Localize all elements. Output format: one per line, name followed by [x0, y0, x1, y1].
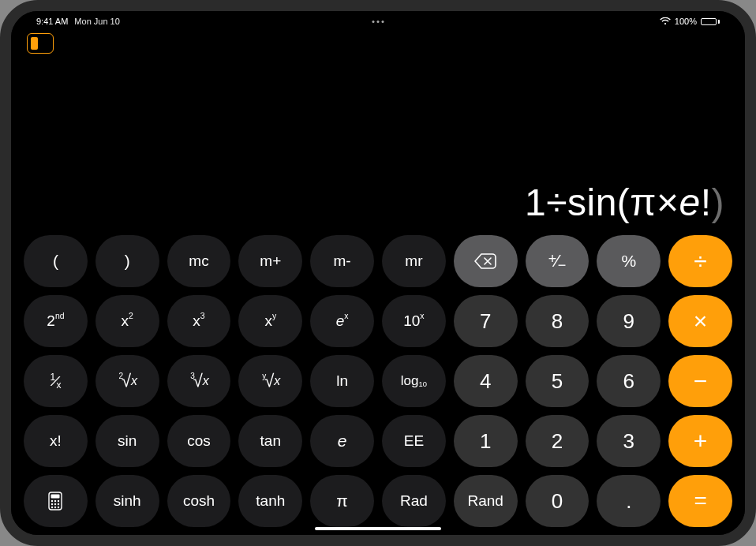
rad-button[interactable]: Rad	[382, 475, 446, 527]
one-over-x-button[interactable]: 1⁄x	[24, 355, 88, 407]
ee-button[interactable]: EE	[382, 415, 446, 467]
calculator-icon	[48, 492, 62, 510]
digit-1-button[interactable]: 1	[454, 415, 518, 467]
digit-2-button[interactable]: 2	[526, 415, 589, 467]
cos-button[interactable]: cos	[167, 415, 231, 467]
decimal-button[interactable]: .	[597, 475, 661, 527]
multiply-button[interactable]: ×	[668, 295, 732, 347]
e-constant-button[interactable]: e	[310, 415, 374, 467]
svg-rect-1	[51, 495, 60, 499]
screen: 9:41 AM Mon Jun 10 100% 1÷sin(π×e!)	[11, 11, 745, 535]
x-cubed-button[interactable]: x3	[167, 295, 231, 347]
status-date: Mon Jun 10	[74, 17, 119, 26]
home-indicator[interactable]	[315, 527, 441, 530]
sinh-button[interactable]: sinh	[95, 475, 159, 527]
battery-pct: 100%	[675, 17, 697, 26]
log10-button[interactable]: log10	[382, 355, 446, 407]
mc-button[interactable]: mc	[167, 235, 231, 287]
status-time: 9:41 AM	[36, 17, 68, 26]
equals-button[interactable]: =	[668, 475, 732, 527]
digit-4-button[interactable]: 4	[454, 355, 518, 407]
backspace-button[interactable]	[454, 235, 518, 287]
y-root-x-button[interactable]: y√x	[238, 355, 302, 407]
mplus-button[interactable]: m+	[238, 235, 302, 287]
svg-point-8	[51, 507, 53, 508]
plus-button[interactable]: +	[668, 415, 732, 467]
svg-point-4	[58, 500, 59, 502]
svg-point-7	[58, 503, 59, 505]
lparen-button[interactable]: (	[24, 235, 88, 287]
plusminus-button[interactable]: +⁄−	[526, 235, 589, 287]
x-squared-button[interactable]: x2	[95, 295, 159, 347]
rand-button[interactable]: Rand	[454, 475, 518, 527]
digit-0-button[interactable]: 0	[526, 475, 589, 527]
factorial-button[interactable]: x!	[24, 415, 88, 467]
battery-icon	[701, 18, 720, 25]
rparen-button[interactable]: )	[95, 235, 159, 287]
divide-button[interactable]: ÷	[668, 235, 732, 287]
digit-3-button[interactable]: 3	[597, 415, 661, 467]
calc-expression: 1÷sin(π×e!)	[525, 181, 724, 224]
percent-button[interactable]: %	[597, 235, 661, 287]
mminus-button[interactable]: m-	[310, 235, 374, 287]
e-to-x-button[interactable]: ex	[310, 295, 374, 347]
svg-point-9	[54, 507, 56, 508]
digit-7-button[interactable]: 7	[454, 295, 518, 347]
svg-point-10	[58, 507, 59, 508]
sin-button[interactable]: sin	[95, 415, 159, 467]
wifi-icon	[660, 17, 671, 25]
svg-point-3	[54, 500, 56, 502]
digit-8-button[interactable]: 8	[526, 295, 589, 347]
pi-button[interactable]: π	[310, 475, 374, 527]
ten-to-x-button[interactable]: 10x	[382, 295, 446, 347]
plusminus-label: +⁄−	[548, 251, 567, 271]
ln-button[interactable]: ln	[310, 355, 374, 407]
cosh-button[interactable]: cosh	[167, 475, 231, 527]
tan-button[interactable]: tan	[238, 415, 302, 467]
tanh-button[interactable]: tanh	[238, 475, 302, 527]
calc-display[interactable]: 1÷sin(π×e!)	[22, 55, 734, 232]
digit-9-button[interactable]: 9	[597, 295, 661, 347]
ipad-frame: 9:41 AM Mon Jun 10 100% 1÷sin(π×e!)	[0, 0, 756, 546]
sidebar-toggle-icon[interactable]	[27, 33, 54, 54]
svg-point-6	[54, 503, 56, 505]
second-button[interactable]: 2nd	[24, 295, 88, 347]
multitask-dots-icon[interactable]	[372, 21, 384, 23]
toolbar	[22, 32, 734, 55]
cbrt-button[interactable]: 3√x	[167, 355, 231, 407]
status-bar: 9:41 AM Mon Jun 10 100%	[22, 14, 734, 28]
sqrt-button[interactable]: 2√x	[95, 355, 159, 407]
svg-point-5	[51, 503, 53, 505]
minus-button[interactable]: −	[668, 355, 732, 407]
x-to-y-button[interactable]: xy	[238, 295, 302, 347]
digit-6-button[interactable]: 6	[597, 355, 661, 407]
calculator-mode-button[interactable]	[24, 475, 88, 527]
digit-5-button[interactable]: 5	[526, 355, 589, 407]
mr-button[interactable]: mr	[382, 235, 446, 287]
backspace-icon	[474, 253, 496, 269]
calc-keypad: ( ) mc m+ m- mr +⁄− % ÷ 2nd x2 x3 xy	[22, 232, 734, 529]
svg-point-2	[51, 500, 53, 502]
